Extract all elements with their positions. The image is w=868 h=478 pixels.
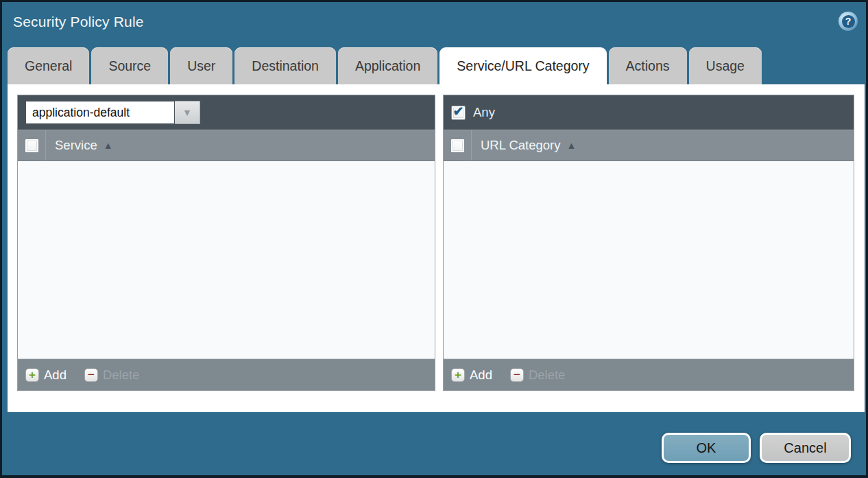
service-table-footer: + Add − Delete [18,359,435,390]
service-table-body[interactable] [18,161,435,359]
tab-application[interactable]: Application [338,47,437,84]
url-category-column-header[interactable]: URL Category [481,138,561,153]
url-category-table-body[interactable] [444,161,854,359]
any-checkbox[interactable]: ✔ [451,106,466,120]
service-select-all-cell [18,130,46,160]
security-policy-rule-dialog: Security Policy Rule ? General Source Us… [0,0,868,478]
tab-destination[interactable]: Destination [234,47,336,84]
url-category-select-all-cell [444,130,472,160]
cancel-button[interactable]: Cancel [760,433,851,463]
check-icon: ✔ [453,105,464,118]
service-select-all-checkbox[interactable] [25,139,39,153]
url-category-toolbar: ✔ Any [444,95,854,130]
tab-usage[interactable]: Usage [689,47,762,84]
url-category-table-footer: + Add − Delete [444,359,854,390]
service-panel: ▼ Service ▲ + Add − Delete [17,95,435,391]
tab-user[interactable]: User [170,47,232,84]
service-type-combobox: ▼ [25,101,200,124]
tab-general[interactable]: General [8,47,89,84]
sort-ascending-icon[interactable]: ▲ [104,140,113,151]
sort-ascending-icon[interactable]: ▲ [567,140,577,151]
delete-button-label: Delete [529,368,565,383]
service-toolbar: ▼ [18,95,435,130]
url-category-select-all-checkbox[interactable] [450,139,465,153]
service-type-input[interactable] [25,101,175,124]
chevron-down-icon: ▼ [182,107,192,118]
tab-content-area: ▼ Service ▲ + Add − Delete [8,84,865,412]
plus-icon: + [25,368,39,382]
plus-icon: + [451,368,465,382]
url-category-panel: ✔ Any URL Category ▲ + Add − [443,95,854,391]
question-mark-icon: ? [842,15,855,28]
url-category-table-header: URL Category ▲ [444,130,854,161]
service-table-header: Service ▲ [18,130,435,161]
any-label: Any [473,105,495,120]
url-category-delete-button[interactable]: − Delete [510,368,565,383]
tab-actions[interactable]: Actions [609,47,687,84]
service-column-header[interactable]: Service [55,138,97,153]
minus-icon: − [84,368,98,382]
service-add-button[interactable]: + Add [25,368,67,383]
tab-bar: General Source User Destination Applicat… [8,47,764,84]
service-delete-button[interactable]: − Delete [84,368,139,383]
dialog-title: Security Policy Rule [13,14,144,30]
ok-button[interactable]: OK [662,433,751,463]
delete-button-label: Delete [103,368,139,383]
help-button[interactable]: ? [839,12,858,31]
service-type-dropdown-button[interactable]: ▼ [175,101,200,124]
any-checkbox-row: ✔ Any [451,105,495,120]
add-button-label: Add [44,368,67,383]
url-category-add-button[interactable]: + Add [451,368,492,383]
minus-icon: − [510,368,524,382]
tab-service-url-category[interactable]: Service/URL Category [439,47,606,84]
tab-source[interactable]: Source [91,47,168,84]
add-button-label: Add [470,368,492,383]
